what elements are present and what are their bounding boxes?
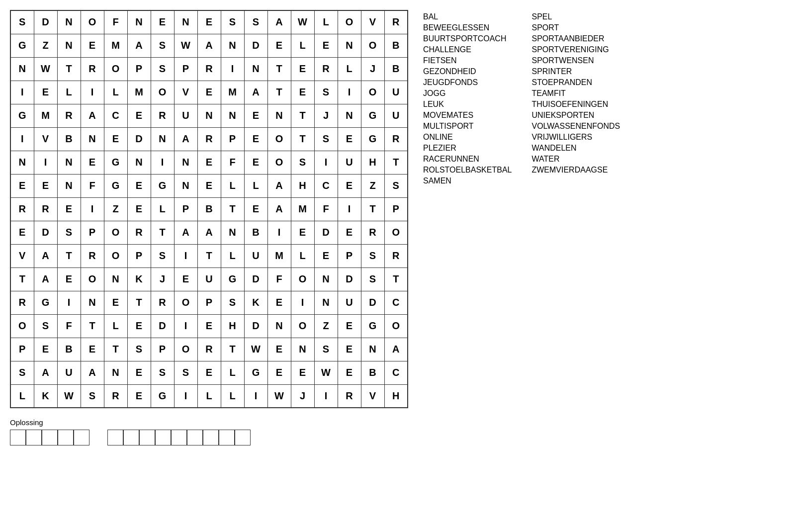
cell-5-10: E — [244, 127, 267, 151]
solution-box-2-4[interactable] — [171, 430, 187, 445]
cell-14-13: S — [314, 338, 338, 361]
cell-2-11: T — [267, 57, 291, 81]
cell-12-16: C — [384, 291, 408, 314]
cell-14-1: E — [34, 338, 57, 361]
cell-6-16: T — [384, 151, 408, 174]
cell-11-7: E — [174, 267, 197, 291]
word-item: WANDELEN — [531, 144, 620, 153]
solution-box-1-1[interactable] — [26, 430, 42, 445]
cell-13-12: O — [291, 314, 314, 338]
cell-3-8: E — [197, 81, 221, 104]
solution-box-1-4[interactable] — [74, 430, 89, 445]
solution-box-2-2[interactable] — [139, 430, 155, 445]
cell-10-6: S — [151, 244, 174, 267]
cell-0-5: N — [127, 10, 151, 34]
solution-box-2-8[interactable] — [235, 430, 251, 445]
cell-9-3: P — [81, 221, 104, 244]
cell-1-3: E — [81, 34, 104, 57]
cell-4-5: E — [127, 104, 151, 127]
cell-0-16: R — [384, 10, 408, 34]
cell-14-0: P — [10, 338, 34, 361]
cell-15-11: E — [267, 361, 291, 384]
cell-16-12: J — [291, 384, 314, 408]
solution-group1 — [10, 430, 89, 445]
cell-12-11: E — [267, 291, 291, 314]
solution-box-2-6[interactable] — [203, 430, 219, 445]
cell-4-2: R — [57, 104, 81, 127]
cell-4-6: R — [151, 104, 174, 127]
cell-6-2: N — [57, 151, 81, 174]
cell-16-9: L — [221, 384, 244, 408]
word-item: SPORTAANBIEDER — [531, 34, 620, 43]
cell-10-4: O — [104, 244, 127, 267]
cell-14-7: O — [174, 338, 197, 361]
cell-9-6: T — [151, 221, 174, 244]
grid-section: SDNOFNENESSAWLOVRGZNEMASWANDELENOBNWTROP… — [10, 10, 408, 408]
solution-box-2-7[interactable] — [219, 430, 235, 445]
solution-box-2-0[interactable] — [107, 430, 123, 445]
cell-5-4: E — [104, 127, 127, 151]
cell-9-2: S — [57, 221, 81, 244]
cell-10-1: A — [34, 244, 57, 267]
cell-1-7: W — [174, 34, 197, 57]
word-item: TEAMFIT — [531, 89, 620, 98]
cell-14-8: R — [197, 338, 221, 361]
word-item: SPORT — [531, 23, 620, 32]
word-item: SPEL — [531, 12, 620, 21]
cell-5-8: R — [197, 127, 221, 151]
cell-10-8: T — [197, 244, 221, 267]
cell-15-7: S — [174, 361, 197, 384]
cell-15-4: N — [104, 361, 127, 384]
cell-14-15: N — [361, 338, 384, 361]
cell-4-12: T — [291, 104, 314, 127]
cell-8-16: P — [384, 197, 408, 221]
cell-14-11: E — [267, 338, 291, 361]
cell-7-9: L — [221, 174, 244, 197]
cell-9-14: E — [338, 221, 361, 244]
cell-5-9: P — [221, 127, 244, 151]
cell-5-6: N — [151, 127, 174, 151]
cell-2-7: P — [174, 57, 197, 81]
cell-8-15: T — [361, 197, 384, 221]
solution-box-1-3[interactable] — [58, 430, 74, 445]
cell-13-14: E — [338, 314, 361, 338]
solution-box-2-5[interactable] — [187, 430, 203, 445]
word-item: BUURTSPORTCOACH — [423, 34, 512, 43]
cell-8-11: A — [267, 197, 291, 221]
cell-10-16: R — [384, 244, 408, 267]
cell-11-16: T — [384, 267, 408, 291]
cell-16-16: H — [384, 384, 408, 408]
solution-box-1-2[interactable] — [42, 430, 58, 445]
cell-0-12: W — [291, 10, 314, 34]
cell-14-9: T — [221, 338, 244, 361]
cell-10-5: P — [127, 244, 151, 267]
cell-2-5: P — [127, 57, 151, 81]
cell-13-16: O — [384, 314, 408, 338]
word-list-col1: BALBEWEEGLESSENBUURTSPORTCOACHCHALLENGEF… — [423, 12, 512, 408]
cell-16-3: S — [81, 384, 104, 408]
solution-box-2-1[interactable] — [123, 430, 139, 445]
cell-6-11: O — [267, 151, 291, 174]
cell-15-5: E — [127, 361, 151, 384]
cell-1-0: G — [10, 34, 34, 57]
cell-9-10: B — [244, 221, 267, 244]
cell-0-3: O — [81, 10, 104, 34]
cell-2-6: S — [151, 57, 174, 81]
cell-13-11: N — [267, 314, 291, 338]
cell-4-10: E — [244, 104, 267, 127]
solution-box-2-3[interactable] — [155, 430, 171, 445]
cell-8-2: E — [57, 197, 81, 221]
cell-5-2: B — [57, 127, 81, 151]
cell-8-12: M — [291, 197, 314, 221]
cell-8-13: F — [314, 197, 338, 221]
cell-10-9: L — [221, 244, 244, 267]
solution-box-1-0[interactable] — [10, 430, 26, 445]
cell-13-7: I — [174, 314, 197, 338]
cell-11-1: A — [34, 267, 57, 291]
cell-6-6: I — [151, 151, 174, 174]
cell-10-13: E — [314, 244, 338, 267]
cell-6-5: N — [127, 151, 151, 174]
cell-16-2: W — [57, 384, 81, 408]
cell-13-8: E — [197, 314, 221, 338]
cell-10-3: R — [81, 244, 104, 267]
